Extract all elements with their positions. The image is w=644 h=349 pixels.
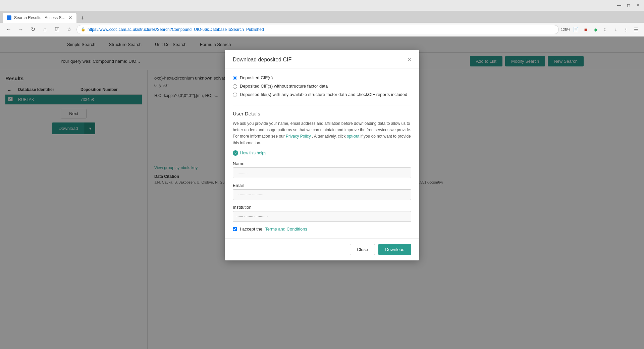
maximize-button[interactable]: ◻	[625, 2, 632, 9]
active-tab[interactable]: Search Results - Access Structu... ✕	[3, 13, 76, 23]
modal-overlay: Download deposited CIF × Deposited CIF(s…	[0, 37, 644, 349]
opt-out-link[interactable]: opt-out	[347, 134, 359, 139]
cif-option-2[interactable]: Deposited CIF(s) without structure facto…	[233, 84, 411, 89]
page-content: Simple Search Structure Search Unit Cell…	[0, 37, 644, 349]
cif-options-group: Deposited CIF(s) Deposited CIF(s) withou…	[233, 75, 411, 97]
address-bar[interactable]: 🔒 https://www.ccdc.cam.ac.uk/structures/…	[76, 25, 559, 34]
terms-checkbox[interactable]	[233, 227, 237, 231]
institution-field-group: Institution	[233, 205, 411, 222]
modal-body: Deposited CIF(s) Deposited CIF(s) withou…	[225, 68, 419, 238]
email-input[interactable]	[233, 189, 411, 200]
home-button[interactable]: ⌂	[40, 25, 50, 34]
bookmark-button[interactable]: ☑	[52, 25, 62, 34]
new-tab-button[interactable]: +	[78, 13, 87, 23]
menu-icon[interactable]: ☰	[632, 26, 640, 34]
user-details-title: User Details	[233, 111, 411, 116]
more-tools-icon[interactable]: ⋮	[622, 26, 630, 34]
modal-header: Download deposited CIF ×	[225, 50, 419, 68]
email-label: Email	[233, 183, 411, 188]
zoom-level: 125%	[561, 26, 570, 34]
terms-and-conditions-link[interactable]: Terms and Conditions	[265, 227, 307, 232]
name-field-group: Name	[233, 161, 411, 178]
tab-bar: Search Results - Access Structu... ✕ +	[0, 11, 644, 23]
nav-bar: ← → ↻ ⌂ ☑ ☆ 🔒 https://www.ccdc.cam.ac.uk…	[0, 23, 644, 36]
extension-icon-red[interactable]: ■	[582, 26, 590, 34]
forward-button[interactable]: →	[16, 25, 25, 34]
star-button[interactable]: ☆	[64, 25, 74, 34]
privacy-policy-link[interactable]: Privacy Policy	[286, 134, 311, 139]
download-icon[interactable]: ↓	[612, 26, 620, 34]
cif-radio-1[interactable]	[233, 76, 237, 80]
modal-close-icon[interactable]: ×	[408, 57, 411, 63]
modal-footer: Close Download	[225, 238, 419, 260]
back-button[interactable]: ←	[4, 25, 13, 34]
terms-prefix: I accept the	[240, 227, 262, 232]
browser-icons: 125% 📄 ■ ◆ ☾ ↓ ⋮ ☰	[561, 26, 640, 34]
how-this-helps[interactable]: ? How this helps	[233, 150, 411, 156]
institution-label: Institution	[233, 205, 411, 210]
section-divider	[233, 105, 411, 105]
cif-radio-2[interactable]	[233, 84, 237, 89]
modal-title: Download deposited CIF	[233, 57, 291, 63]
modal-download-button[interactable]: Download	[378, 244, 411, 255]
refresh-button[interactable]: ↻	[28, 25, 38, 34]
user-details-description: We ask you provide your name, email addr…	[233, 120, 411, 146]
institution-input[interactable]	[233, 211, 411, 222]
cif-option-1[interactable]: Deposited CIF(s)	[233, 75, 411, 80]
name-label: Name	[233, 161, 411, 166]
browser-chrome: — ◻ ✕ Search Results - Access Structu...…	[0, 0, 644, 37]
cif-radio-3[interactable]	[233, 93, 237, 97]
url-text: https://www.ccdc.cam.ac.uk/structures/Se…	[88, 27, 264, 32]
email-field-group: Email	[233, 183, 411, 200]
reader-mode-icon[interactable]: 📄	[572, 26, 580, 34]
title-bar: — ◻ ✕	[0, 0, 644, 11]
name-input[interactable]	[233, 167, 411, 178]
close-button[interactable]: ✕	[635, 2, 641, 9]
extension-icon-green[interactable]: ◆	[592, 26, 600, 34]
help-icon: ?	[233, 150, 238, 156]
download-cif-modal: Download deposited CIF × Deposited CIF(s…	[225, 50, 419, 260]
minimize-button[interactable]: —	[616, 2, 623, 9]
tab-close-icon[interactable]: ✕	[68, 15, 72, 20]
dark-mode-icon[interactable]: ☾	[602, 26, 610, 34]
cif-option-3[interactable]: Deposited file(s) with any available str…	[233, 92, 411, 97]
modal-close-button[interactable]: Close	[350, 244, 375, 255]
tab-title: Search Results - Access Structu...	[14, 15, 66, 20]
terms-checkbox-label[interactable]: I accept the Terms and Conditions	[233, 227, 411, 232]
tab-favicon	[7, 15, 11, 20]
window-controls: — ◻ ✕	[616, 2, 641, 9]
